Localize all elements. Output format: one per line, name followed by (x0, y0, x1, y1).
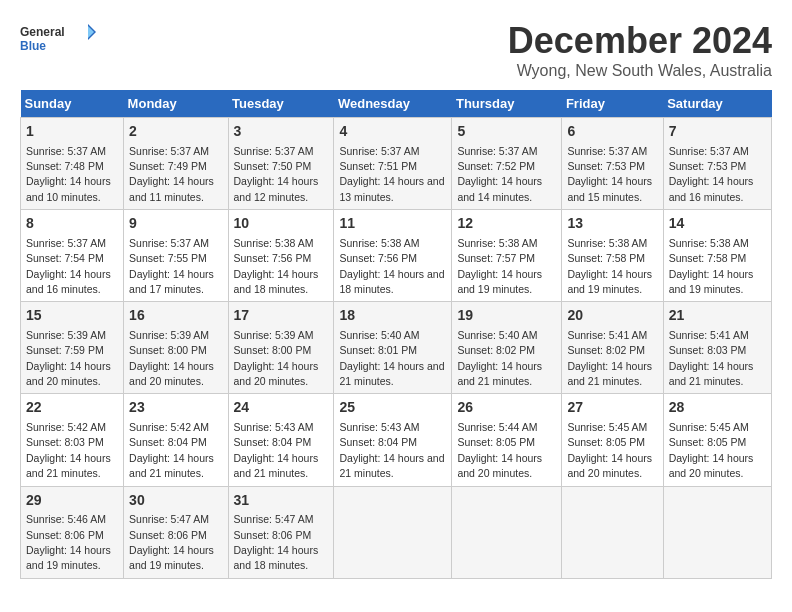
day-info: Sunrise: 5:37 AMSunset: 7:53 PMDaylight:… (669, 145, 754, 203)
week-row-1: 1 Sunrise: 5:37 AMSunset: 7:48 PMDayligh… (21, 118, 772, 210)
day-info: Sunrise: 5:40 AMSunset: 8:02 PMDaylight:… (457, 329, 542, 387)
day-info: Sunrise: 5:38 AMSunset: 7:58 PMDaylight:… (669, 237, 754, 295)
week-row-5: 29 Sunrise: 5:46 AMSunset: 8:06 PMDaylig… (21, 486, 772, 578)
day-number: 28 (669, 398, 766, 418)
day-info: Sunrise: 5:40 AMSunset: 8:01 PMDaylight:… (339, 329, 444, 387)
day-info: Sunrise: 5:37 AMSunset: 7:51 PMDaylight:… (339, 145, 444, 203)
day-info: Sunrise: 5:37 AMSunset: 7:50 PMDaylight:… (234, 145, 319, 203)
logo: General Blue General (20, 20, 100, 54)
calendar-cell: 24 Sunrise: 5:43 AMSunset: 8:04 PMDaylig… (228, 394, 334, 486)
day-info: Sunrise: 5:37 AMSunset: 7:49 PMDaylight:… (129, 145, 214, 203)
header-thursday: Thursday (452, 90, 562, 118)
day-number: 10 (234, 214, 329, 234)
week-row-4: 22 Sunrise: 5:42 AMSunset: 8:03 PMDaylig… (21, 394, 772, 486)
day-number: 17 (234, 306, 329, 326)
calendar-cell: 17 Sunrise: 5:39 AMSunset: 8:00 PMDaylig… (228, 302, 334, 394)
calendar-cell: 26 Sunrise: 5:44 AMSunset: 8:05 PMDaylig… (452, 394, 562, 486)
calendar-cell (452, 486, 562, 578)
calendar-cell: 13 Sunrise: 5:38 AMSunset: 7:58 PMDaylig… (562, 210, 663, 302)
day-info: Sunrise: 5:37 AMSunset: 7:54 PMDaylight:… (26, 237, 111, 295)
location-title: Wyong, New South Wales, Australia (508, 62, 772, 80)
svg-text:Blue: Blue (20, 39, 46, 53)
day-info: Sunrise: 5:37 AMSunset: 7:48 PMDaylight:… (26, 145, 111, 203)
calendar-cell: 8 Sunrise: 5:37 AMSunset: 7:54 PMDayligh… (21, 210, 124, 302)
day-number: 11 (339, 214, 446, 234)
day-number: 22 (26, 398, 118, 418)
calendar-cell: 22 Sunrise: 5:42 AMSunset: 8:03 PMDaylig… (21, 394, 124, 486)
calendar-cell: 3 Sunrise: 5:37 AMSunset: 7:50 PMDayligh… (228, 118, 334, 210)
day-number: 5 (457, 122, 556, 142)
calendar-cell: 16 Sunrise: 5:39 AMSunset: 8:00 PMDaylig… (124, 302, 228, 394)
day-number: 21 (669, 306, 766, 326)
header-tuesday: Tuesday (228, 90, 334, 118)
calendar-cell: 4 Sunrise: 5:37 AMSunset: 7:51 PMDayligh… (334, 118, 452, 210)
calendar-cell: 20 Sunrise: 5:41 AMSunset: 8:02 PMDaylig… (562, 302, 663, 394)
day-number: 18 (339, 306, 446, 326)
day-number: 26 (457, 398, 556, 418)
calendar-cell (663, 486, 771, 578)
day-number: 14 (669, 214, 766, 234)
calendar-cell: 28 Sunrise: 5:45 AMSunset: 8:05 PMDaylig… (663, 394, 771, 486)
calendar-cell: 30 Sunrise: 5:47 AMSunset: 8:06 PMDaylig… (124, 486, 228, 578)
day-number: 20 (567, 306, 657, 326)
day-number: 29 (26, 491, 118, 511)
month-title: December 2024 (508, 20, 772, 62)
day-info: Sunrise: 5:47 AMSunset: 8:06 PMDaylight:… (129, 513, 214, 571)
day-info: Sunrise: 5:43 AMSunset: 8:04 PMDaylight:… (339, 421, 444, 479)
day-info: Sunrise: 5:39 AMSunset: 8:00 PMDaylight:… (129, 329, 214, 387)
calendar-cell: 31 Sunrise: 5:47 AMSunset: 8:06 PMDaylig… (228, 486, 334, 578)
calendar-cell: 15 Sunrise: 5:39 AMSunset: 7:59 PMDaylig… (21, 302, 124, 394)
day-info: Sunrise: 5:37 AMSunset: 7:52 PMDaylight:… (457, 145, 542, 203)
day-info: Sunrise: 5:38 AMSunset: 7:56 PMDaylight:… (234, 237, 319, 295)
calendar-cell: 7 Sunrise: 5:37 AMSunset: 7:53 PMDayligh… (663, 118, 771, 210)
calendar-table: Sunday Monday Tuesday Wednesday Thursday… (20, 90, 772, 579)
day-number: 7 (669, 122, 766, 142)
header-monday: Monday (124, 90, 228, 118)
day-info: Sunrise: 5:45 AMSunset: 8:05 PMDaylight:… (567, 421, 652, 479)
day-info: Sunrise: 5:42 AMSunset: 8:04 PMDaylight:… (129, 421, 214, 479)
week-row-3: 15 Sunrise: 5:39 AMSunset: 7:59 PMDaylig… (21, 302, 772, 394)
day-info: Sunrise: 5:37 AMSunset: 7:55 PMDaylight:… (129, 237, 214, 295)
day-info: Sunrise: 5:39 AMSunset: 7:59 PMDaylight:… (26, 329, 111, 387)
calendar-cell: 5 Sunrise: 5:37 AMSunset: 7:52 PMDayligh… (452, 118, 562, 210)
day-info: Sunrise: 5:46 AMSunset: 8:06 PMDaylight:… (26, 513, 111, 571)
week-row-2: 8 Sunrise: 5:37 AMSunset: 7:54 PMDayligh… (21, 210, 772, 302)
calendar-cell: 9 Sunrise: 5:37 AMSunset: 7:55 PMDayligh… (124, 210, 228, 302)
day-number: 19 (457, 306, 556, 326)
day-number: 3 (234, 122, 329, 142)
day-info: Sunrise: 5:47 AMSunset: 8:06 PMDaylight:… (234, 513, 319, 571)
day-number: 4 (339, 122, 446, 142)
day-number: 8 (26, 214, 118, 234)
logo-icon: General Blue (20, 20, 100, 54)
page-container: General Blue General December 2024 Wyong… (20, 20, 772, 579)
day-number: 27 (567, 398, 657, 418)
calendar-cell: 21 Sunrise: 5:41 AMSunset: 8:03 PMDaylig… (663, 302, 771, 394)
day-number: 2 (129, 122, 222, 142)
header-friday: Friday (562, 90, 663, 118)
day-number: 1 (26, 122, 118, 142)
day-number: 31 (234, 491, 329, 511)
day-info: Sunrise: 5:38 AMSunset: 7:57 PMDaylight:… (457, 237, 542, 295)
day-number: 16 (129, 306, 222, 326)
calendar-cell: 14 Sunrise: 5:38 AMSunset: 7:58 PMDaylig… (663, 210, 771, 302)
calendar-cell: 6 Sunrise: 5:37 AMSunset: 7:53 PMDayligh… (562, 118, 663, 210)
day-info: Sunrise: 5:41 AMSunset: 8:02 PMDaylight:… (567, 329, 652, 387)
header-sunday: Sunday (21, 90, 124, 118)
day-info: Sunrise: 5:43 AMSunset: 8:04 PMDaylight:… (234, 421, 319, 479)
day-number: 23 (129, 398, 222, 418)
calendar-cell: 2 Sunrise: 5:37 AMSunset: 7:49 PMDayligh… (124, 118, 228, 210)
calendar-cell: 1 Sunrise: 5:37 AMSunset: 7:48 PMDayligh… (21, 118, 124, 210)
calendar-cell: 10 Sunrise: 5:38 AMSunset: 7:56 PMDaylig… (228, 210, 334, 302)
day-number: 12 (457, 214, 556, 234)
day-number: 25 (339, 398, 446, 418)
header-wednesday: Wednesday (334, 90, 452, 118)
header: General Blue General December 2024 Wyong… (20, 20, 772, 80)
calendar-cell: 23 Sunrise: 5:42 AMSunset: 8:04 PMDaylig… (124, 394, 228, 486)
day-number: 15 (26, 306, 118, 326)
day-info: Sunrise: 5:38 AMSunset: 7:58 PMDaylight:… (567, 237, 652, 295)
day-info: Sunrise: 5:41 AMSunset: 8:03 PMDaylight:… (669, 329, 754, 387)
day-number: 13 (567, 214, 657, 234)
day-info: Sunrise: 5:38 AMSunset: 7:56 PMDaylight:… (339, 237, 444, 295)
calendar-cell (334, 486, 452, 578)
calendar-cell: 27 Sunrise: 5:45 AMSunset: 8:05 PMDaylig… (562, 394, 663, 486)
